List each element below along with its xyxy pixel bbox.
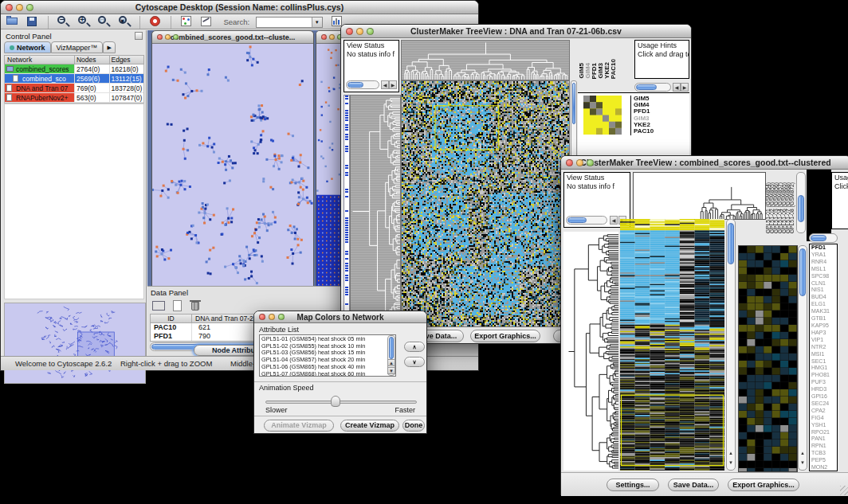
scroll-right-arrow[interactable]: ▶ — [681, 83, 689, 92]
move-down-button[interactable]: ∨ — [404, 357, 425, 367]
minimize-button[interactable] — [269, 314, 275, 320]
control-panel-title: Control Panel — [6, 32, 52, 41]
minimize-button[interactable] — [16, 4, 23, 11]
dialog-title: Map Colors to Network — [297, 313, 384, 322]
heatmap-canvas[interactable] — [401, 80, 570, 327]
close-button[interactable] — [157, 34, 163, 40]
speed-slider-track[interactable] — [265, 400, 417, 404]
scroll-down-arrow[interactable]: ▼ — [799, 459, 807, 468]
col-network[interactable]: Network — [5, 56, 74, 64]
float-panel-icon[interactable] — [135, 32, 143, 40]
table-icon[interactable] — [152, 299, 166, 313]
map-colors-dialog: Map Colors to Network Attribute List GPL… — [253, 311, 427, 434]
network-row-selected[interactable]: combined_sco 2569(6) 13112(15) — [5, 74, 143, 84]
zoom-window-button[interactable] — [367, 28, 374, 35]
zoom-window-button[interactable] — [173, 34, 179, 40]
toolbar-separator — [139, 16, 140, 29]
zoom-matrix-canvas[interactable] — [583, 96, 622, 135]
zoom-heatmap-canvas[interactable] — [738, 245, 798, 472]
zoom-out-icon[interactable]: − — [57, 15, 70, 29]
zoom-window-button[interactable] — [26, 4, 33, 11]
gene-label-list[interactable]: PFD1YRA1RNR4MSL1SPC98CLN1NIS1BUD4ELG1MAK… — [809, 244, 838, 471]
map-colors-titlebar[interactable]: Map Colors to Network — [254, 311, 426, 323]
view-status-title: View Status — [347, 41, 396, 50]
treeview-combined-title: ClusterMaker TreeView : combined_scores_… — [580, 158, 830, 167]
minimize-button[interactable] — [165, 34, 171, 40]
open-file-icon[interactable] — [6, 15, 19, 29]
create-vizmap-button[interactable]: Create Vizmap — [340, 420, 399, 432]
network-canvas[interactable] — [152, 44, 313, 286]
network-view-titlebar[interactable]: combined_scores_good.txt--cluste... — [152, 31, 313, 44]
move-up-button[interactable]: ∧ — [404, 342, 425, 352]
treeview-combined-titlebar[interactable]: ClusterMaker TreeView : combined_scores_… — [561, 156, 848, 170]
scroll-left-arrow[interactable]: ◀ — [673, 83, 681, 92]
zoom-fit-icon[interactable]: □ — [97, 15, 111, 29]
close-button[interactable] — [566, 159, 573, 166]
animate-vizmap-button[interactable]: Animate Vizmap — [264, 420, 334, 432]
header-vscrollbar[interactable] — [796, 172, 806, 233]
usage-hints-title: Usage Hints — [834, 174, 848, 182]
column-dendrogram-canvas[interactable] — [401, 40, 570, 80]
scroll-up-arrow[interactable]: ▲ — [799, 449, 807, 459]
scroll-down-arrow[interactable]: ▼ — [727, 459, 735, 468]
zoom-selected-icon[interactable]: ▣ — [118, 15, 132, 29]
search-combobox[interactable]: ▼ — [256, 17, 323, 28]
close-button[interactable] — [321, 34, 327, 40]
export-graphics-button[interactable]: Export Graphics... — [728, 479, 799, 491]
view-status-scrollbar[interactable] — [566, 216, 607, 225]
network-list-empty-area — [4, 104, 144, 299]
tab-vizmapper[interactable]: VizMapper™ — [51, 41, 104, 53]
zoom-vscrollbar[interactable]: ▲ ▼ — [798, 245, 807, 471]
scroll-down-arrow[interactable]: ▼ — [387, 367, 395, 374]
done-button[interactable]: Done — [402, 420, 425, 432]
heatmap-vscrollbar[interactable]: ▲ ▼ — [726, 219, 736, 471]
row-dendrogram-canvas[interactable] — [563, 232, 618, 471]
cytoscape-titlebar[interactable]: Cytoscape Desktop (Session Name: collins… — [1, 1, 478, 14]
network-overview-canvas[interactable] — [4, 303, 146, 384]
minimize-button[interactable] — [329, 34, 335, 40]
trash-icon[interactable] — [189, 299, 202, 313]
zoom-in-icon[interactable]: + — [77, 15, 91, 29]
treeview-dna-titlebar[interactable]: ClusterMaker TreeView : DNA and Tran 07-… — [341, 25, 691, 38]
view-status-scrollbar[interactable] — [346, 80, 379, 89]
save-icon[interactable] — [26, 15, 39, 29]
network-row[interactable]: RNAPuberNov2+ 563(0) 107847(0) — [5, 93, 143, 103]
tab-overflow-arrow[interactable]: ▶ — [103, 41, 115, 53]
new-document-icon[interactable] — [171, 299, 185, 313]
attribute-listbox[interactable]: GPL51-01 (GSM854) heat shock 05 minGPL51… — [259, 334, 396, 377]
close-button[interactable] — [6, 4, 13, 11]
export-graphics-button[interactable]: Export Graphics... — [470, 330, 540, 342]
resize-grip[interactable] — [840, 486, 848, 495]
vizmapper-icon[interactable] — [180, 15, 194, 29]
settings-button[interactable]: Settings... — [607, 479, 659, 491]
tab-network[interactable]: Network — [4, 41, 51, 53]
annotation-icon[interactable] — [200, 15, 214, 29]
close-button[interactable] — [259, 314, 265, 320]
scroll-up-arrow[interactable]: ▲ — [387, 359, 395, 366]
zoom-panel-hscrollbar[interactable] — [809, 233, 838, 243]
scroll-left-arrow[interactable]: ◀ — [381, 80, 389, 89]
minimize-button[interactable] — [356, 28, 363, 35]
id-column-header[interactable]: ID — [151, 315, 192, 322]
scroll-up-arrow[interactable]: ▲ — [727, 449, 735, 459]
scroll-right-arrow[interactable]: ▶ — [389, 80, 397, 89]
close-button[interactable] — [346, 28, 353, 35]
help-lifering-icon[interactable] — [149, 15, 163, 29]
slower-label: Slower — [265, 406, 288, 414]
zoom-window-button[interactable] — [587, 159, 594, 166]
network-row[interactable]: DNA and Tran 07 769(0) 183728(0) — [5, 84, 143, 93]
row-dendrogram-canvas[interactable] — [350, 95, 401, 327]
scroll-left-arrow[interactable]: ◀ — [610, 216, 618, 225]
network-row[interactable]: combined_scores 2764(0) 16218(0) — [5, 64, 143, 74]
chevron-down-icon[interactable]: ▼ — [312, 18, 322, 27]
zoom-window-button[interactable] — [278, 314, 285, 320]
column-dendrogram-canvas[interactable] — [633, 172, 766, 220]
zoom-panel-hscrollbar[interactable] — [634, 83, 671, 92]
minimize-button[interactable] — [576, 159, 583, 166]
selected-column-labels: GIM5GIM4PFD1GIM3YKE2PAC10 — [579, 40, 615, 79]
speed-slider-thumb[interactable] — [331, 396, 340, 407]
expression-heatmap-canvas[interactable] — [620, 219, 724, 471]
col-nodes[interactable]: Nodes — [74, 56, 109, 64]
save-data-button[interactable]: Save Data... — [668, 479, 719, 491]
col-edges[interactable]: Edges — [109, 56, 144, 64]
